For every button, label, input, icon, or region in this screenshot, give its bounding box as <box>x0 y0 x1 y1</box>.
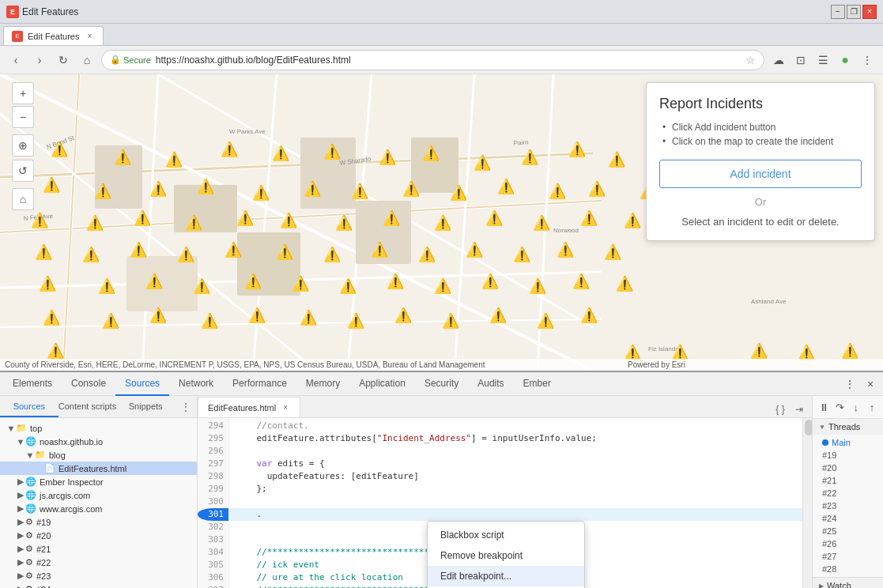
step-over-btn[interactable]: ↷ <box>833 399 846 415</box>
thread-label-27: #27 <box>822 552 836 561</box>
security-btn[interactable]: ☰ <box>813 51 832 70</box>
tree-item-20[interactable]: ▶ ⚙ #20 <box>0 529 197 542</box>
tab-close-btn[interactable]: × <box>84 31 95 42</box>
code-tabs: EditFeatures.html × { } ⇥ <box>198 396 812 418</box>
watch-section: ▶ Watch <box>813 578 883 588</box>
ctx-blackbox[interactable]: Blackbox script <box>428 525 584 545</box>
active-tab[interactable]: E Edit Features × <box>3 26 104 45</box>
address-box[interactable]: 🔒 Secure https://noashx.github.io/blog/E… <box>101 50 764 70</box>
forward-btn[interactable]: › <box>30 51 49 70</box>
sidebar-tab-snippets[interactable]: Snippets <box>116 396 175 417</box>
thread-20[interactable]: #20 <box>813 462 883 474</box>
scrollbar-thumb[interactable] <box>805 420 812 435</box>
domain-icon-noashx: 🌐 <box>25 436 36 447</box>
cast-btn[interactable]: ⊡ <box>791 51 810 70</box>
menu-btn[interactable]: ⋮ <box>858 51 877 70</box>
thread-23[interactable]: #23 <box>813 499 883 512</box>
tab-audits[interactable]: Audits <box>468 372 513 396</box>
close-btn[interactable]: × <box>862 5 877 19</box>
thread-25[interactable]: #25 <box>813 525 883 537</box>
restore-btn[interactable]: ❐ <box>847 5 861 19</box>
code-tab-editfeatures[interactable]: EditFeatures.html × <box>198 397 300 417</box>
pause-btn[interactable]: ⏸ <box>817 399 830 415</box>
sidebar-tab-sources[interactable]: Sources <box>0 396 58 417</box>
add-incident-btn[interactable]: Add incident <box>659 160 862 188</box>
code-tab-close[interactable]: × <box>281 403 290 413</box>
step-into-btn[interactable]: ↓ <box>850 399 862 415</box>
window-title: Edit Features <box>22 6 828 17</box>
minimize-btn[interactable]: − <box>831 5 845 19</box>
sidebar-menu-btn[interactable]: ⋮ <box>175 396 197 417</box>
devtools-close-btn[interactable]: × <box>861 375 880 394</box>
tab-console[interactable]: Console <box>62 372 115 396</box>
svg-rect-17 <box>95 145 142 209</box>
tab-performance[interactable]: Performance <box>223 372 296 396</box>
extensions-btn[interactable]: ☁ <box>769 51 788 70</box>
tab-network[interactable]: Network <box>169 372 223 396</box>
thread-26[interactable]: #26 <box>813 537 883 550</box>
step-out-btn[interactable]: ↑ <box>866 399 878 415</box>
ln-298: 298 <box>198 470 228 483</box>
chrome-btn[interactable]: ● <box>836 51 855 70</box>
tree-item-wwwarcgis[interactable]: ▶ 🌐 www.arcgis.com <box>0 502 197 515</box>
home-btn[interactable]: ⌂ <box>77 51 96 70</box>
bookmark-btn[interactable]: ☆ <box>745 54 756 66</box>
report-title: Report Incidents <box>659 96 862 112</box>
refresh-btn[interactable]: ↻ <box>54 51 73 70</box>
thread-label-22: #22 <box>822 488 836 498</box>
thread-22[interactable]: #22 <box>813 487 883 499</box>
tree-item-23[interactable]: ▶ ⚙ #23 <box>0 569 197 582</box>
window-controls: − ❐ × <box>831 5 877 19</box>
tree-item-22[interactable]: ▶ ⚙ #22 <box>0 556 197 569</box>
vertical-scrollbar[interactable] <box>802 418 812 588</box>
worker-icon-23: ⚙ <box>25 571 33 581</box>
back-btn[interactable]: ‹ <box>6 51 25 70</box>
ctx-edit[interactable]: Edit breakpoint... <box>428 566 584 586</box>
tree-item-editfeatures[interactable]: 📄 EditFeatures.html <box>0 462 197 475</box>
tree-item-21[interactable]: ▶ ⚙ #21 <box>0 542 197 556</box>
code-tab-actions: { } ⇥ <box>772 401 812 417</box>
tree-item-noashx[interactable]: ▼ 🌐 noashx.github.io <box>0 435 197 448</box>
zoom-in-btn[interactable]: + <box>12 82 34 104</box>
thread-24[interactable]: #24 <box>813 512 883 525</box>
tab-ember[interactable]: Ember <box>514 372 560 396</box>
sidebar-tab-content-scripts[interactable]: Content scripts <box>58 396 117 417</box>
tree-item-jsarcgis[interactable]: ▶ 🌐 js.arcgis.com <box>0 488 197 502</box>
thread-27[interactable]: #27 <box>813 550 883 563</box>
thread-main[interactable]: Main <box>813 436 883 449</box>
tab-sources[interactable]: Sources <box>115 372 169 396</box>
svg-rect-20 <box>126 256 198 311</box>
tree-item-top[interactable]: ▼ 📁 top <box>0 421 197 435</box>
thread-28[interactable]: #28 <box>813 563 883 575</box>
thread-21[interactable]: #21 <box>813 474 883 487</box>
tree-item-24[interactable]: ▶ ⚙ #24 <box>0 582 197 588</box>
tab-application[interactable]: Application <box>349 372 415 396</box>
tab-memory[interactable]: Memory <box>296 372 349 396</box>
devtools-more-btn[interactable]: ⋮ <box>840 375 859 394</box>
threads-header[interactable]: ▼ Threads <box>813 419 883 435</box>
compass-btn[interactable]: ⊕ <box>12 134 34 156</box>
label-noashx: noashx.github.io <box>40 437 103 447</box>
context-menu: Blackbox script Remove breakpoint Edit b… <box>427 521 585 588</box>
ln-297: 297 <box>198 458 228 470</box>
tree-item-19[interactable]: ▶ ⚙ #19 <box>0 515 197 529</box>
tree-item-ember[interactable]: ▶ 🌐 Ember Inspector <box>0 475 197 488</box>
watch-header[interactable]: ▶ Watch <box>813 578 883 588</box>
tab-label: Edit Features <box>28 32 79 41</box>
home-map-btn[interactable]: ⌂ <box>12 188 34 210</box>
map-area[interactable]: N Bond St N Feh Ave W Parks Ave W Sharad… <box>0 74 883 371</box>
tree-item-blog[interactable]: ▼ 📁 blog <box>0 448 197 462</box>
svg-text:Pairn: Pairn <box>513 138 528 147</box>
zoom-out-btn[interactable]: − <box>12 106 34 128</box>
ln-305: 305 <box>198 559 228 571</box>
tab-security[interactable]: Security <box>415 372 468 396</box>
thread-label-24: #24 <box>822 514 836 523</box>
format-btn[interactable]: { } <box>772 401 788 417</box>
tab-elements[interactable]: Elements <box>3 372 62 396</box>
thread-label-23: #23 <box>822 501 836 511</box>
file-tree: ▼ 📁 top ▼ 🌐 noashx.github.io <box>0 418 197 588</box>
rotate-btn[interactable]: ↺ <box>12 160 34 182</box>
ctx-remove[interactable]: Remove breakpoint <box>428 545 584 566</box>
thread-19[interactable]: #19 <box>813 449 883 462</box>
navigate-btn[interactable]: ⇥ <box>791 401 807 417</box>
